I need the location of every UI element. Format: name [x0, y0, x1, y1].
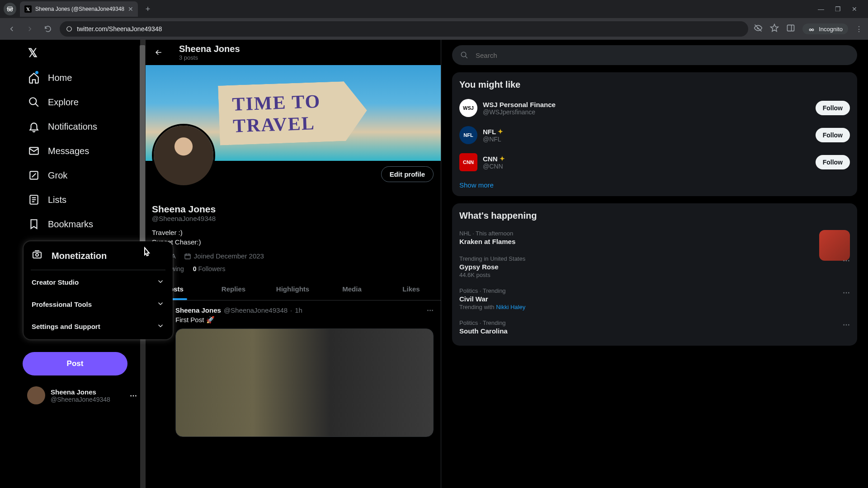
- post-media[interactable]: [175, 328, 434, 437]
- post-author-name[interactable]: Sheena Jones: [175, 306, 221, 314]
- close-icon[interactable]: ✕: [128, 5, 133, 13]
- nav-explore[interactable]: Explore: [23, 92, 144, 113]
- incognito-icon: [808, 25, 815, 33]
- nav-messages[interactable]: Messages: [23, 141, 144, 161]
- post-text: First Post 🚀: [175, 316, 434, 324]
- who-to-follow-panel: You might like WSJ WSJ Personal Finance …: [452, 72, 857, 196]
- minimize-button[interactable]: —: [818, 5, 824, 13]
- home-icon: [28, 72, 40, 84]
- post-author-handle[interactable]: @SheenaJone49348: [224, 306, 288, 314]
- bookmark-star-icon[interactable]: [770, 23, 779, 34]
- side-panel-icon[interactable]: [786, 23, 795, 34]
- avatar: NFL: [459, 126, 477, 144]
- trend-row[interactable]: Trending in United States Gypsy Rose 44.…: [452, 251, 857, 283]
- trend-row[interactable]: Politics · Trending South Carolina ⋯: [452, 315, 857, 340]
- x-logo[interactable]: 𝕏: [23, 42, 144, 64]
- show-more-link[interactable]: Show more: [452, 176, 857, 191]
- trend-row[interactable]: NHL · This afternoon Kraken at Flames: [452, 225, 857, 251]
- close-window-button[interactable]: ✕: [852, 5, 857, 13]
- whats-happening-title: What's happening: [452, 209, 857, 225]
- banner-text: TIME TO TRAVEL: [231, 89, 345, 137]
- who-row-wsj[interactable]: WSJ WSJ Personal Finance @WSJpersfinance…: [452, 94, 857, 122]
- tab-media[interactable]: Media: [322, 278, 382, 300]
- avatar: [27, 386, 45, 404]
- nav-home[interactable]: Home: [23, 67, 144, 88]
- window-controls: — ❐ ✕: [818, 5, 864, 13]
- profile-header: Sheena Jones 3 posts: [145, 40, 441, 65]
- primary-nav: 𝕏 Home Explore Notifications Messages Gr…: [23, 40, 144, 235]
- tab-replies[interactable]: Replies: [204, 278, 263, 300]
- post-button[interactable]: Post: [23, 352, 127, 375]
- monetization-icon: [32, 249, 42, 263]
- account-name: Sheena Jones: [51, 388, 110, 396]
- tab-likes[interactable]: Likes: [382, 278, 441, 300]
- chevron-down-icon: [156, 322, 165, 331]
- svg-rect-3: [788, 25, 794, 31]
- menu-professional-tools[interactable]: Professional Tools: [24, 293, 173, 315]
- incognito-badge[interactable]: Incognito: [802, 23, 848, 34]
- svg-point-0: [8, 9, 10, 11]
- nav-bookmarks[interactable]: Bookmarks: [23, 214, 144, 235]
- follow-button[interactable]: Follow: [816, 101, 850, 115]
- more-icon[interactable]: ⋯: [843, 288, 850, 297]
- tab-title: Sheena Jones (@SheenaJone49348: [35, 6, 124, 12]
- back-arrow-button[interactable]: [151, 45, 166, 60]
- trend-row[interactable]: Politics · Trending Civil War Trending w…: [452, 283, 857, 315]
- nav-notifications[interactable]: Notifications: [23, 116, 144, 137]
- avatar: CNN: [459, 153, 477, 171]
- svg-point-2: [67, 27, 72, 32]
- svg-rect-13: [33, 252, 41, 258]
- svg-rect-11: [185, 254, 190, 259]
- joined-date: Joined December 2023: [184, 252, 264, 260]
- who-row-nfl[interactable]: NFL NFL✦ @NFL Follow: [452, 122, 857, 149]
- display-name: Sheena Jones: [152, 204, 434, 215]
- post-time[interactable]: 1h: [295, 306, 302, 314]
- profile-avatar[interactable]: [152, 124, 215, 187]
- browser-tab[interactable]: 𝕏 Sheena Jones (@SheenaJone49348 ✕: [20, 1, 138, 17]
- follow-button[interactable]: Follow: [816, 155, 850, 169]
- followers-stat[interactable]: 0 Followers: [193, 265, 226, 272]
- more-icon[interactable]: ⋯: [843, 256, 850, 265]
- edit-profile-button[interactable]: Edit profile: [381, 166, 434, 182]
- calendar-icon: [184, 253, 191, 260]
- back-button[interactable]: [5, 23, 18, 35]
- more-icon[interactable]: ⋯: [843, 320, 850, 329]
- more-menu-popover: Monetization Creator Studio Professional…: [24, 241, 173, 339]
- browser-menu-icon[interactable]: ⋮: [855, 25, 863, 33]
- tab-bar: 𝕏 Sheena Jones (@SheenaJone49348 ✕ + — ❐…: [0, 0, 868, 18]
- list-icon: [28, 194, 40, 206]
- svg-point-6: [29, 98, 36, 104]
- who-row-cnn[interactable]: CNN CNN✦ @CNN Follow: [452, 149, 857, 176]
- forward-button[interactable]: [24, 23, 36, 35]
- main-column: Sheena Jones 3 posts TIME TO TRAVEL Edit…: [145, 40, 441, 488]
- incognito-eye-icon[interactable]: [754, 23, 763, 34]
- follow-button[interactable]: Follow: [816, 128, 850, 142]
- search-box[interactable]: [452, 45, 857, 65]
- chevron-down-icon: [156, 300, 165, 309]
- reload-button[interactable]: [42, 23, 54, 35]
- maximize-button[interactable]: ❐: [835, 5, 841, 13]
- nav-lists[interactable]: Lists: [23, 189, 144, 210]
- grok-icon: [28, 169, 40, 181]
- account-switcher[interactable]: Sheena Jones @SheenaJone49348 ⋯: [23, 382, 144, 409]
- menu-monetization[interactable]: Monetization: [24, 243, 173, 269]
- post-item[interactable]: Sheena Jones @SheenaJone49348 · 1h ⋯ Fir…: [145, 300, 441, 442]
- more-icon[interactable]: ⋯: [130, 391, 140, 400]
- browser-chrome: 𝕏 Sheena Jones (@SheenaJone49348 ✕ + — ❐…: [0, 0, 868, 40]
- menu-settings-support[interactable]: Settings and Support: [24, 315, 173, 338]
- profile-tabs: Posts Replies Highlights Media Likes: [145, 278, 441, 300]
- chevron-down-icon: [156, 277, 165, 287]
- search-input[interactable]: [476, 52, 849, 59]
- new-tab-button[interactable]: +: [142, 3, 154, 15]
- post-more-icon[interactable]: ⋯: [427, 306, 434, 314]
- tab-highlights[interactable]: Highlights: [263, 278, 322, 300]
- svg-point-12: [461, 52, 466, 57]
- nav-grok[interactable]: Grok: [23, 165, 144, 186]
- profile-bio: Traveler :) Sunset Chaser:): [152, 228, 434, 247]
- avatar: WSJ: [459, 99, 477, 117]
- menu-creator-studio[interactable]: Creator Studio: [24, 271, 173, 293]
- url-input[interactable]: twitter.com/SheenaJone49348: [60, 21, 748, 37]
- svg-point-1: [10, 9, 13, 11]
- mail-icon: [28, 145, 40, 157]
- trend-link[interactable]: Nikki Haley: [496, 304, 525, 310]
